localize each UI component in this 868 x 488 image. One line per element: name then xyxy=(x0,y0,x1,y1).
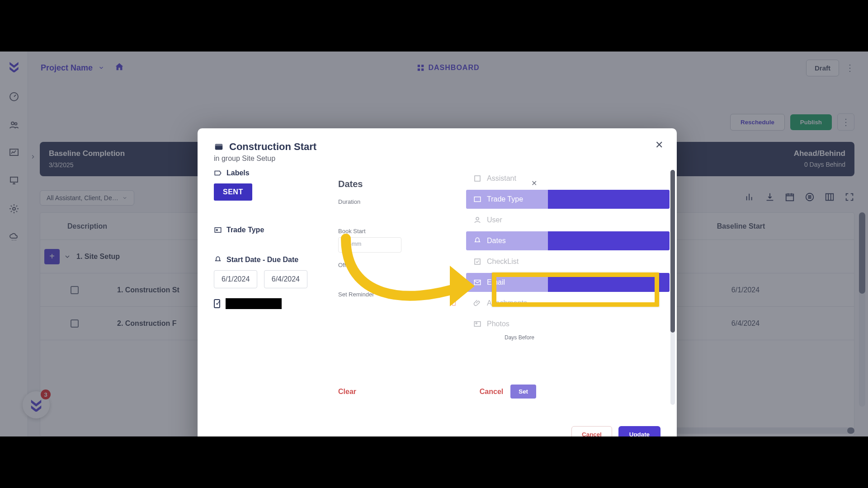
view-toolbar xyxy=(745,192,854,204)
bell-icon xyxy=(214,256,222,264)
svg-point-18 xyxy=(216,230,217,231)
svg-rect-4 xyxy=(10,177,18,182)
draft-button[interactable]: Draft xyxy=(806,60,839,76)
popup-title: Dates xyxy=(338,179,536,189)
gear-icon[interactable] xyxy=(9,203,19,214)
filter-label: All Assistant, Client, De… xyxy=(47,194,118,202)
svg-point-1 xyxy=(11,122,14,125)
bar-chart-icon[interactable] xyxy=(745,192,755,204)
svg-rect-9 xyxy=(421,69,424,71)
cloud-icon[interactable] xyxy=(9,231,19,242)
chevron-down-icon xyxy=(98,65,104,71)
actions-kebab-icon[interactable]: ⋮ xyxy=(837,113,854,131)
import-icon[interactable] xyxy=(765,192,775,204)
popup-cancel-button[interactable]: Cancel xyxy=(480,388,503,396)
close-icon[interactable]: ✕ xyxy=(655,139,663,151)
publish-button[interactable]: Publish xyxy=(790,114,832,130)
top-bar: Project Name DASHBOARD Draft ⋮ xyxy=(28,52,868,84)
list-icon[interactable] xyxy=(805,192,815,204)
start-date-chip[interactable]: 6/1/2024 xyxy=(214,270,257,288)
checklist-item-redacted xyxy=(226,298,282,309)
row-checkbox[interactable] xyxy=(71,319,79,328)
notification-badge: 3 xyxy=(41,389,51,399)
calendar-icon[interactable] xyxy=(785,192,795,204)
chevron-down-icon xyxy=(122,195,127,201)
card-icon xyxy=(214,142,224,152)
vertical-scrollbar[interactable] xyxy=(859,212,865,407)
set-button[interactable]: Set xyxy=(510,385,536,399)
svg-point-5 xyxy=(13,207,15,210)
tradetype-heading: Trade Type xyxy=(226,226,264,234)
row-checkbox[interactable] xyxy=(71,286,79,294)
svg-rect-8 xyxy=(418,69,420,71)
add-button[interactable]: + xyxy=(44,249,60,264)
label-icon xyxy=(214,169,222,177)
svg-rect-7 xyxy=(421,65,424,67)
chevron-down-icon[interactable] xyxy=(64,253,71,260)
duration-label: Duration xyxy=(338,198,536,205)
svg-point-2 xyxy=(14,123,17,125)
kebab-icon[interactable]: ⋮ xyxy=(845,62,854,73)
id-icon xyxy=(214,226,222,234)
project-dropdown[interactable]: Project Name xyxy=(41,63,104,73)
checklist-checkbox[interactable] xyxy=(214,299,220,308)
gauge-icon[interactable] xyxy=(9,91,19,102)
presentation-icon[interactable] xyxy=(9,175,19,186)
help-fab[interactable]: 3 xyxy=(23,391,50,418)
cards-expand-icon[interactable] xyxy=(30,154,36,162)
project-name: Project Name xyxy=(41,63,93,73)
group-label: 1. Site Setup xyxy=(76,253,120,261)
dashboard-label: DASHBOARD xyxy=(429,64,480,72)
app-logo-icon xyxy=(8,61,20,74)
card-value: 3/3/2025 xyxy=(49,161,74,169)
close-icon[interactable]: ✕ xyxy=(531,179,537,188)
card-value: 0 Days Behind xyxy=(804,161,845,168)
home-icon[interactable] xyxy=(114,62,124,74)
svg-rect-10 xyxy=(786,194,794,201)
labels-heading: Labels xyxy=(226,169,250,177)
label-sent[interactable]: SENT xyxy=(214,183,252,201)
columns-icon[interactable] xyxy=(825,192,835,204)
modal-subtitle: in group Site Setup xyxy=(214,155,660,163)
due-date-chip[interactable]: 6/4/2024 xyxy=(264,270,307,288)
grid-icon xyxy=(417,64,425,72)
fullscreen-icon[interactable] xyxy=(844,192,854,204)
people-icon[interactable] xyxy=(9,119,19,130)
nav-rail xyxy=(0,52,28,436)
clear-button[interactable]: Clear xyxy=(338,388,356,396)
svg-rect-16 xyxy=(215,144,223,146)
modal-scrollbar[interactable] xyxy=(670,170,675,405)
tutorial-arrow-icon xyxy=(337,230,491,331)
svg-rect-6 xyxy=(418,65,420,67)
svg-rect-12 xyxy=(826,194,834,201)
chart-icon[interactable] xyxy=(9,147,19,158)
tutorial-highlight xyxy=(492,272,659,307)
card-title: Ahead/Behind xyxy=(794,149,845,158)
dates-heading: Start Date - Due Date xyxy=(226,256,298,264)
modal-title: Construction Start xyxy=(229,141,316,153)
reschedule-button[interactable]: Reschedule xyxy=(730,114,785,131)
dashboard-link[interactable]: DASHBOARD xyxy=(417,64,480,72)
assignee-filter[interactable]: All Assistant, Client, De… xyxy=(40,190,134,206)
days-before-label: Days Before xyxy=(505,334,534,341)
